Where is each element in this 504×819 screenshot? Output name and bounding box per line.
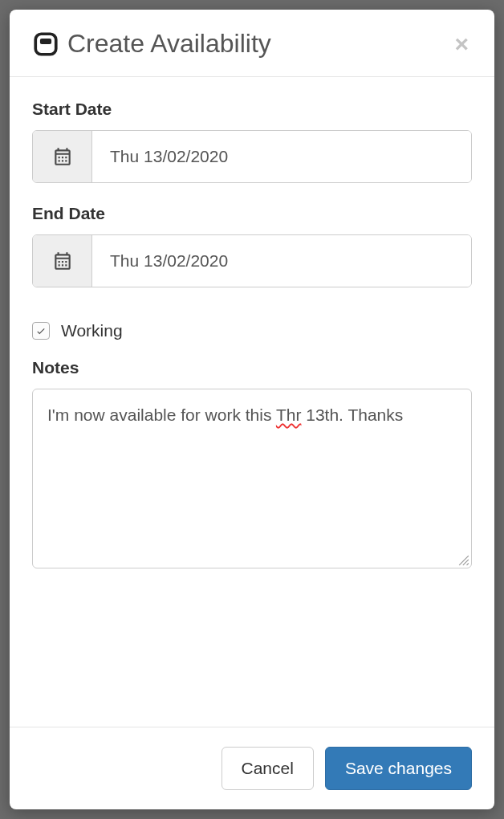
availability-icon [32,31,59,58]
svg-line-3 [463,560,469,565]
notes-group: Notes I'm now available for work this Th… [32,358,472,568]
modal-footer: Cancel Save changes [10,727,494,809]
working-checkbox[interactable] [32,322,50,340]
modal-title-wrap: Create Availability [32,29,271,59]
modal-header: Create Availability × [10,10,494,77]
calendar-icon [52,146,73,167]
resize-handle-icon [458,555,469,566]
start-date-input-group [32,130,472,183]
notes-textarea[interactable]: I'm now available for work this Thr 13th… [32,389,472,568]
modal-body: Start Date End Date [10,77,494,727]
svg-line-4 [467,564,469,565]
svg-rect-1 [40,38,51,43]
modal-title: Create Availability [67,29,271,59]
close-icon: × [454,31,469,57]
working-checkbox-group: Working [32,321,472,340]
end-date-input[interactable] [92,235,471,287]
calendar-icon [52,251,73,271]
end-date-label: End Date [32,204,472,223]
start-date-input[interactable] [92,131,471,182]
start-date-group: Start Date [32,100,472,183]
svg-line-2 [459,556,469,565]
spell-error: Thr [276,405,302,424]
working-label: Working [61,321,123,340]
cancel-button[interactable]: Cancel [222,747,314,790]
close-button[interactable]: × [451,32,472,56]
calendar-addon[interactable] [33,235,92,287]
notes-label: Notes [32,358,472,377]
save-button[interactable]: Save changes [325,747,472,790]
create-availability-modal: Create Availability × Start Date End Dat… [10,10,494,809]
end-date-group: End Date [32,204,472,287]
end-date-input-group [32,234,472,287]
calendar-addon[interactable] [33,131,92,182]
check-icon [35,325,47,336]
start-date-label: Start Date [32,100,472,119]
